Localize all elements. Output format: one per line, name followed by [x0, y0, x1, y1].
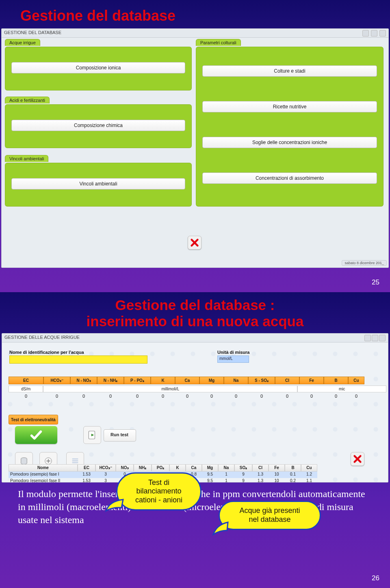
v5[interactable]: 0: [151, 393, 175, 399]
close-icon[interactable]: [379, 335, 386, 341]
hdr-mg: Mg: [199, 377, 224, 384]
bubble-tail-icon: [212, 520, 230, 536]
v10[interactable]: 0: [275, 393, 299, 399]
hdr-so4: S - SO₄: [248, 377, 275, 384]
lh-ec: EC: [78, 464, 95, 472]
maximize-icon[interactable]: [371, 30, 377, 37]
panel-tab-acque[interactable]: Acque irrigue: [5, 39, 40, 46]
v13[interactable]: 0: [348, 393, 364, 399]
hdr-fe: Fe: [299, 377, 324, 384]
hdr-hco3: HCO₃⁻: [43, 377, 70, 384]
callout-bubble-2: Acque già presenti nel database: [219, 501, 321, 530]
close-button-2[interactable]: [351, 452, 364, 466]
panel-tab-parametri[interactable]: Parametri colturali: [196, 39, 241, 46]
btn-composizione-chimica[interactable]: Composizione chimica: [11, 120, 185, 131]
hdr-po4: P - PO₄: [124, 377, 151, 384]
slide2-title-l1: Gestione del database :: [115, 297, 275, 313]
hdr-cl: Cl: [275, 377, 299, 384]
v8[interactable]: 0: [224, 393, 248, 399]
bubble1-text: Test di bilanciamento cationi - anioni: [135, 478, 182, 505]
close-icon[interactable]: [379, 30, 386, 37]
r2-name: Pomodoro (esempio) fase II: [9, 478, 78, 482]
maximize-icon[interactable]: [372, 335, 378, 341]
bubble-tail-icon: [105, 496, 125, 513]
lh-cu: Cu: [301, 464, 317, 472]
check-icon: [29, 428, 43, 442]
svg-rect-4: [72, 460, 78, 461]
minimize-icon[interactable]: [362, 30, 369, 37]
name-input[interactable]: [9, 355, 147, 364]
bubble2-text: Acque già presenti nel database: [239, 506, 300, 524]
v4[interactable]: 0: [124, 393, 151, 399]
hdr-k: K: [151, 377, 175, 384]
btn-ricette-nutritive[interactable]: Ricette nutritive: [202, 101, 377, 112]
zeros-row: 0 0 0 0 0 0 0 0 0 0 0 0 0 0: [9, 393, 386, 399]
unit-mmol: millimoli/L: [43, 386, 297, 392]
hdr-b: B: [324, 377, 348, 384]
btn-soglie-concentrazioni[interactable]: Soglie delle concentrazioni ioniche: [202, 137, 377, 148]
svg-rect-3: [72, 458, 78, 459]
date-stamp: sabato 8 dicembre 201_: [342, 260, 387, 266]
v3[interactable]: 0: [97, 393, 124, 399]
btn-vincoli-ambientali[interactable]: Vincoli ambientali: [11, 178, 185, 190]
page-number-2: 26: [372, 574, 379, 582]
hdr-na: Na: [224, 377, 248, 384]
minimize-icon[interactable]: [364, 335, 371, 341]
lh-mg: Mg: [202, 464, 218, 472]
lh-nome: Nome: [9, 464, 78, 472]
window-titlebar-2: GESTIONE DELLE ACQUE IRRIGUE: [2, 334, 388, 342]
btn-concentrazioni-assorbimento[interactable]: Concentrazioni di assorbimento: [202, 172, 377, 184]
v11[interactable]: 0: [299, 393, 324, 399]
panel-parametri-colturali: Parametri colturali Colture e stadi Rice…: [196, 47, 384, 207]
btn-composizione-ionica[interactable]: Composizione ionica: [11, 62, 185, 73]
test-box: Test di elettroneutralità: [9, 415, 58, 424]
close-button[interactable]: [188, 236, 202, 250]
callout-bubble-1: Test di bilanciamento cationi - anioni: [116, 472, 202, 510]
hdr-no3: N - NO₃: [70, 377, 97, 384]
v2[interactable]: 0: [70, 393, 97, 399]
panel-tab-vincoli[interactable]: Vincoli ambientali: [5, 155, 48, 162]
v12[interactable]: 0: [324, 393, 348, 399]
run-test-icon-button[interactable]: [83, 426, 101, 444]
lh-no3: NO₃: [116, 464, 134, 472]
window-controls-2: [364, 335, 386, 341]
v6[interactable]: 0: [175, 393, 199, 399]
v1[interactable]: 0: [43, 393, 70, 399]
lh-na: Na: [218, 464, 234, 472]
unit-micro: mic: [297, 386, 386, 392]
v9[interactable]: 0: [248, 393, 275, 399]
panel-acque-irrigue: Acque irrigue Composizione ionica: [5, 47, 192, 90]
window-title-2: GESTIONE DELLE ACQUE IRRIGUE: [4, 335, 80, 341]
hdr-ca: Ca: [175, 377, 199, 384]
hdr-nh4: N - NH₄: [97, 377, 124, 384]
list-header: Nome EC HCO₃⁻ NO₃ NH₄ PO₄ K Ca Mg Na SO₄…: [9, 464, 317, 472]
hdr-cu: Cu: [348, 377, 364, 384]
r1-name: Pomodoro (esempio) fase I: [9, 472, 78, 478]
unit-label: Unità di misura: [217, 350, 249, 355]
v0[interactable]: 0: [9, 393, 43, 399]
lh-ca: Ca: [186, 464, 202, 472]
window-titlebar: GESTIONE DEL DATABASE: [2, 29, 388, 38]
run-test-button[interactable]: Run test: [104, 429, 136, 442]
btn-colture-stadi[interactable]: Colture e stadi: [202, 65, 377, 77]
document-play-icon: [87, 430, 98, 440]
name-label: Nome di identificazione per l'acqua: [9, 350, 84, 355]
unit-select[interactable]: mmol/L: [217, 355, 249, 363]
window-title: GESTIONE DEL DATABASE: [4, 30, 61, 36]
panel-vincoli: Vincoli ambientali Vincoli ambientali: [5, 163, 192, 207]
ion-header-row: EC HCO₃⁻ N - NO₃ N - NH₄ P - PO₄ K Ca Mg…: [9, 377, 386, 384]
v7[interactable]: 0: [199, 393, 224, 399]
window-controls: [362, 30, 386, 36]
unit-row: dS/m millimoli/L mic: [9, 386, 386, 392]
screenshot-2: GESTIONE DELLE ACQUE IRRIGUE Nome di ide…: [2, 333, 388, 482]
panel-tab-acidi[interactable]: Acidi e fertilizzanti: [5, 97, 50, 103]
slide1-title: Gestione del database: [0, 0, 390, 24]
test-ok-indicator: [15, 426, 57, 444]
panel-acidi-fertilizzanti: Acidi e fertilizzanti Composizione chimi…: [5, 104, 192, 148]
unit-ec: dS/m: [9, 386, 43, 392]
lh-nh4: NH₄: [134, 464, 152, 472]
lh-hco3: HCO₃⁻: [95, 464, 116, 472]
lh-b: B: [285, 464, 301, 472]
x-red-icon: [353, 454, 362, 463]
lh-po4: PO₄: [152, 464, 169, 472]
